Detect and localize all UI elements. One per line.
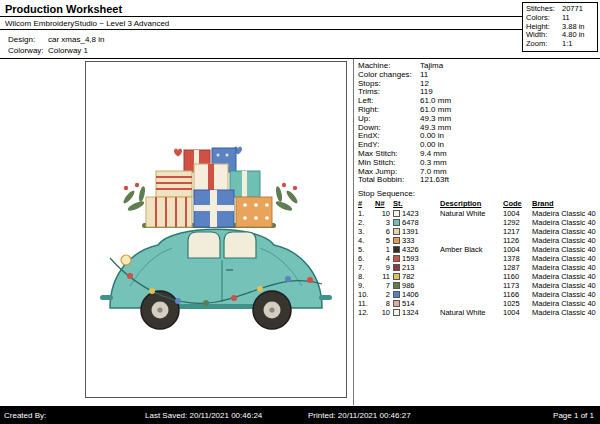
stop-sequence-title: Stop Sequence: [358,189,600,199]
stitch-count: 1423 [402,209,419,218]
needle-number: 1 [375,245,390,254]
thread-code: 1292 [503,218,529,227]
stitch-cell: 1593 [393,254,437,263]
thread-code: 1173 [503,281,529,290]
design-preview-area [85,61,347,398]
stop-number: 4. [358,236,372,245]
thread-color-swatch [393,255,400,262]
footer-bar: Created By: Last Saved: 20/11/2021 00:46… [0,406,600,424]
needle-number: 10 [375,308,390,317]
stop-sequence-row: 10.214061166Madeira Classic 40 [358,290,600,299]
thread-code: 1004 [503,245,529,254]
front-wheel [141,291,179,329]
design-label: Design: [8,34,48,45]
thread-code: 1160 [503,272,529,281]
christmas-car-embroidery-image [96,142,336,354]
needle-number: 10 [375,209,390,218]
thread-color-swatch [393,219,400,226]
machine-value: 121.63ft [420,176,449,185]
heart-red [174,148,182,156]
stop-column-header: St. [393,199,437,209]
thread-color-swatch [393,282,400,289]
stop-sequence-row: 3.613911217Madeira Classic 40 [358,227,600,236]
machine-label: Total Bobbin: [358,176,420,185]
machine-row: Color changes:11 [358,71,600,80]
thread-brand: Madeira Classic 40 [532,245,600,254]
last-saved-value: 20/11/2021 00:46:24 [189,411,262,420]
rear-wheel [253,291,291,329]
stitch-cell: 986 [393,281,437,290]
thread-brand: Madeira Classic 40 [532,281,600,290]
thread-color-swatch [393,273,400,280]
stop-column-header: Brand [532,199,600,209]
thread-code: 1378 [503,254,529,263]
needle-number: 3 [375,218,390,227]
thread-brand: Madeira Classic 40 [532,236,600,245]
stop-sequence-row: 7.92131287Madeira Classic 40 [358,263,600,272]
design-stats-box: Stitches:20771Colors:11Height:3.88 inWid… [522,2,598,52]
stitch-count: 782 [402,272,415,281]
stitch-count: 1406 [402,290,419,299]
machine-info-panel: Machine:TajimaColor changes:11Stops:12Tr… [353,59,600,405]
colorway-row: Colorway: Colorway 1 [8,45,600,56]
stop-sequence-rows: 1.101423Natural White1004Madeira Classic… [358,209,600,317]
needle-number: 6 [375,227,390,236]
needle-number: 8 [375,299,390,308]
greenery-right-sprig [275,183,300,213]
needle-number: 2 [375,290,390,299]
stitch-count: 514 [402,299,415,308]
thread-code: 1126 [503,236,529,245]
stitch-cell: 1324 [393,308,437,317]
stop-number: 12. [358,308,372,317]
stat-value: 1:1 [562,40,572,49]
colorway-value: Colorway 1 [48,45,88,56]
stop-number: 11. [358,299,372,308]
thread-color-swatch [393,264,400,271]
thread-brand: Madeira Classic 40 [532,299,600,308]
design-row: Design: car xmas_4,8 in [8,34,600,45]
needle-number: 11 [375,272,390,281]
stitch-cell: 1406 [393,290,437,299]
created-by-label: Created By: [4,411,46,420]
needle-number: 7 [375,281,390,290]
present-bottom-blue-ribbon [194,190,234,227]
stitch-cell: 514 [393,299,437,308]
headlight [121,255,131,265]
stitch-count: 213 [402,263,415,272]
stop-number: 2. [358,218,372,227]
design-name-value: car xmas_4,8 in [48,34,104,45]
stop-sequence-row: 1.101423Natural White1004Madeira Classic… [358,209,600,218]
present-bottom-cream-stripes [146,197,192,227]
stop-number: 8. [358,272,372,281]
stitch-count: 986 [402,281,415,290]
presents-stack [146,146,272,227]
production-worksheet-page: Production Worksheet Wilcom EmbroiderySt… [0,0,600,424]
stitch-cell: 4326 [393,245,437,254]
stat-row: Zoom:1:1 [526,40,594,49]
colorway-label: Colorway: [8,45,48,56]
thread-description: Amber Black [440,245,500,254]
printed-label: Printed: [308,411,336,420]
machine-row: Stops:12 [358,80,600,89]
thread-code: 1025 [503,299,529,308]
stop-sequence-row: 11.85141025Madeira Classic 40 [358,299,600,308]
stitch-count: 4326 [402,245,419,254]
stitch-cell: 213 [393,263,437,272]
stop-column-header: N# [375,199,390,209]
machine-row: Right:61.0 mm [358,106,600,115]
thread-brand: Madeira Classic 40 [532,218,600,227]
page-number: Page 1 of 1 [553,411,594,420]
stop-sequence-row: 6.415931378Madeira Classic 40 [358,254,600,263]
stitch-count: 1324 [402,308,419,317]
stop-number: 10. [358,290,372,299]
thread-description: Natural White [440,308,500,317]
stop-column-header: # [358,199,372,209]
needle-number: 9 [375,263,390,272]
stop-sequence-row: 2.364781292Madeira Classic 40 [358,218,600,227]
thread-brand: Madeira Classic 40 [532,308,600,317]
stitch-cell: 333 [393,236,437,245]
stop-sequence-row: 12.101324Natural White1004Madeira Classi… [358,308,600,317]
greenery-left-sprig [122,183,146,213]
thread-code: 1217 [503,227,529,236]
stat-label: Zoom: [526,40,562,49]
